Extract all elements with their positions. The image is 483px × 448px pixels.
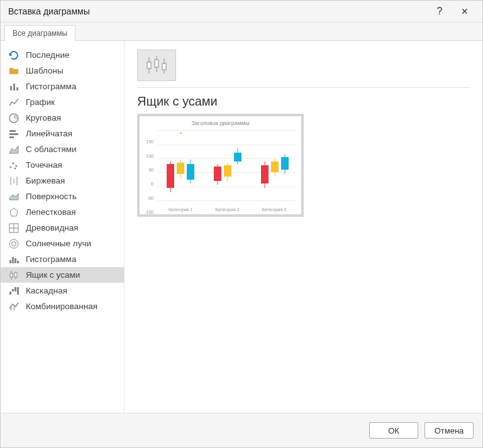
svg-rect-22	[14, 258, 16, 263]
svg-rect-31	[17, 287, 19, 295]
sidebar-item-label: Биржевая	[26, 176, 65, 185]
svg-rect-2	[16, 87, 18, 90]
svg-point-7	[10, 166, 12, 168]
sidebar-item-pie[interactable]: Круговая	[1, 110, 124, 126]
y-tick: 0	[151, 182, 153, 186]
sidebar-item-scatter[interactable]: Точечная	[1, 157, 124, 173]
sidebar-item-label: Линейчатая	[26, 129, 72, 138]
svg-point-8	[13, 162, 14, 164]
sidebar-item-label: Комбинированная	[26, 302, 97, 311]
treemap-icon	[8, 222, 19, 234]
scatter-icon	[8, 160, 19, 171]
x-tick: Категория 2	[204, 207, 250, 212]
area-icon	[8, 144, 19, 155]
radar-icon	[8, 207, 19, 218]
chart-preview[interactable]: Заголовок диаграммы -100-50050100150 Кат…	[137, 114, 304, 217]
sidebar-item-label: Древовидная	[26, 223, 79, 232]
preview-plot-area	[157, 128, 297, 200]
svg-rect-5	[9, 133, 18, 135]
sidebar-item-area[interactable]: С областями	[1, 141, 124, 157]
sidebar-item-label: Каскадная	[26, 286, 67, 295]
hbar-icon	[8, 128, 19, 139]
svg-rect-25	[10, 273, 13, 277]
svg-marker-14	[10, 208, 18, 216]
sidebar-item-label: Шаблоны	[26, 66, 64, 75]
tab-all-charts[interactable]: Все диаграммы	[4, 25, 75, 41]
svg-rect-23	[17, 261, 19, 263]
svg-rect-1	[13, 84, 15, 90]
titlebar: Вставка диаграммы ? ✕	[1, 1, 482, 23]
waterfall-icon	[8, 285, 19, 297]
help-button[interactable]: ?	[427, 6, 452, 17]
ok-button[interactable]: ОК	[369, 422, 418, 439]
sidebar-item-label: Поверхность	[26, 192, 77, 201]
barchart-icon	[8, 81, 19, 92]
sidebar-item-sunburst[interactable]: Солнечные лучи	[1, 236, 124, 251]
sidebar-item-histogram[interactable]: Гистограмма	[1, 251, 124, 267]
sidebar-item-surface[interactable]: Поверхность	[1, 188, 124, 204]
preview-title: Заголовок диаграммы	[140, 120, 301, 126]
recent-icon	[8, 50, 19, 61]
svg-rect-6	[9, 136, 14, 138]
sidebar-item-folder[interactable]: Шаблоны	[1, 63, 124, 79]
chart-type-sidebar: ПоследниеШаблоныГистограммаГрафикКругова…	[1, 41, 125, 413]
tabs-row: Все диаграммы	[1, 23, 482, 40]
sidebar-item-barchart[interactable]: Гистограмма	[1, 79, 124, 94]
combo-icon	[8, 301, 19, 312]
sidebar-item-label: Солнечные лучи	[26, 239, 91, 248]
x-tick: Категория 1	[157, 207, 204, 212]
svg-rect-4	[9, 130, 16, 132]
outlier	[180, 132, 182, 134]
svg-rect-28	[9, 292, 11, 295]
svg-point-18	[9, 239, 18, 248]
sidebar-item-label: Гистограмма	[26, 254, 76, 264]
close-button[interactable]: ✕	[452, 6, 477, 16]
sidebar-item-label: Последние	[26, 50, 69, 60]
insert-chart-dialog: Вставка диаграммы ? ✕ Все диаграммы Посл…	[0, 0, 483, 448]
dialog-title: Вставка диаграммы	[8, 6, 427, 16]
sidebar-item-radar[interactable]: Лепестковая	[1, 204, 124, 220]
sidebar-item-line[interactable]: График	[1, 94, 124, 110]
sidebar-item-recent[interactable]: Последние	[1, 47, 124, 63]
cancel-button[interactable]: Отмена	[425, 422, 474, 439]
svg-rect-21	[12, 257, 14, 263]
preview-x-axis: Категория 1Категория 2Категория 3	[157, 207, 297, 212]
pie-icon	[8, 112, 19, 124]
footer: ОК Отмена	[1, 413, 482, 447]
y-tick: 100	[146, 153, 153, 158]
sidebar-item-treemap[interactable]: Древовидная	[1, 220, 124, 236]
svg-point-10	[14, 167, 16, 169]
sidebar-item-label: График	[26, 97, 55, 107]
sunburst-icon	[8, 238, 19, 249]
svg-rect-35	[147, 62, 151, 68]
y-tick: -100	[145, 210, 153, 214]
y-tick: 50	[148, 168, 153, 172]
sidebar-item-label: Гистограмма	[26, 82, 76, 91]
surface-icon	[8, 191, 19, 202]
sidebar-item-label: Лепестковая	[26, 207, 76, 217]
svg-point-19	[12, 241, 16, 246]
svg-rect-0	[10, 86, 12, 90]
subtype-boxwhisker[interactable]	[137, 50, 176, 81]
histogram-icon	[8, 254, 19, 265]
svg-rect-27	[14, 273, 17, 277]
stock-icon	[8, 175, 19, 187]
sidebar-item-waterfall[interactable]: Каскадная	[1, 283, 124, 298]
subtype-row	[137, 50, 470, 88]
x-tick: Категория 3	[251, 207, 297, 212]
folder-icon	[8, 65, 19, 77]
sidebar-item-combo[interactable]: Комбинированная	[1, 298, 124, 314]
sidebar-item-hbar[interactable]: Линейчатая	[1, 126, 124, 141]
sidebar-item-stock[interactable]: Биржевая	[1, 173, 124, 188]
sidebar-item-label: Ящик с усами	[26, 270, 80, 280]
line-icon	[8, 97, 19, 108]
sidebar-item-label: Круговая	[26, 113, 61, 123]
svg-rect-30	[14, 287, 16, 292]
preview-y-axis: -100-50050100150	[140, 128, 155, 200]
sidebar-item-boxwhisker[interactable]: Ящик с усами	[1, 267, 124, 283]
svg-rect-39	[162, 63, 166, 70]
svg-point-9	[16, 165, 18, 167]
boxwhisker-icon	[144, 55, 169, 76]
y-tick: -50	[147, 195, 153, 200]
content-area: Ящик с усами Заголовок диаграммы -100-50…	[125, 41, 482, 413]
